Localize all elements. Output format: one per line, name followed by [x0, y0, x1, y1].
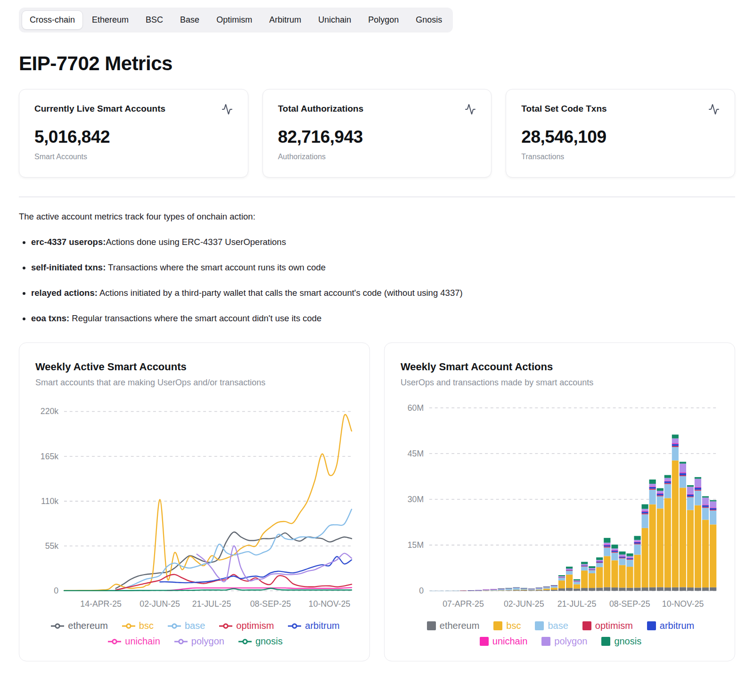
- legend-label: gnosis: [614, 636, 641, 647]
- bar-segment-optimism: [581, 566, 588, 567]
- tab-optimism[interactable]: Optimism: [208, 10, 260, 30]
- legend-item-arbitrum[interactable]: arbitrum: [288, 620, 339, 631]
- stat-cards-row: Currently Live Smart Accounts 5,016,842 …: [19, 89, 735, 178]
- bar-segment-optimism: [672, 446, 679, 447]
- series-line-base: [116, 509, 352, 590]
- bar-segment-unichain: [680, 472, 686, 473]
- bar-segment-base: [664, 484, 671, 498]
- bar-segment-bsc: [551, 587, 557, 590]
- bar-segment-gnosis: [664, 475, 671, 478]
- legend-item-gnosis[interactable]: gnosis: [601, 636, 641, 647]
- svg-text:165k: 165k: [41, 452, 59, 461]
- bar-segment-gnosis: [581, 562, 588, 564]
- tab-base[interactable]: Base: [172, 10, 207, 30]
- svg-text:08-SEP-25: 08-SEP-25: [609, 599, 650, 609]
- bar-segment-unichain: [566, 570, 573, 570]
- tab-bsc[interactable]: BSC: [138, 10, 171, 30]
- bar-segment-arbitrum: [619, 556, 625, 557]
- bar-segment-base: [596, 563, 603, 567]
- legend-item-ethereum[interactable]: ethereum: [427, 620, 480, 631]
- legend-label: unichain: [125, 636, 160, 647]
- bar-segment-ethereum: [574, 588, 580, 591]
- bar-segment-unichain: [626, 558, 633, 558]
- weekly-smart-account-actions-card: Weekly Smart Account Actions UserOps and…: [384, 342, 735, 661]
- legend-item-optimism[interactable]: optimism: [219, 620, 274, 631]
- svg-text:21-JUL-25: 21-JUL-25: [557, 599, 597, 609]
- svg-text:30M: 30M: [408, 495, 424, 504]
- legend-label: unichain: [492, 636, 528, 647]
- tab-cross-chain[interactable]: Cross-chain: [22, 10, 83, 30]
- tab-arbitrum[interactable]: Arbitrum: [261, 10, 309, 30]
- legend-item-optimism[interactable]: optimism: [582, 620, 633, 631]
- tab-ethereum[interactable]: Ethereum: [84, 10, 137, 30]
- bullet-term: eoa txns:: [31, 313, 69, 323]
- bar-segment-base: [611, 553, 618, 560]
- bar-segment-ethereum: [589, 588, 595, 591]
- bar-segment-bsc: [634, 554, 640, 587]
- bar-segment-polygon: [581, 564, 588, 565]
- svg-text:60M: 60M: [408, 403, 424, 413]
- bar-segment-ethereum: [680, 587, 686, 591]
- bar-segment-base: [589, 570, 595, 573]
- legend-item-bsc[interactable]: bsc: [493, 620, 521, 631]
- bar-segment-unichain: [619, 556, 625, 556]
- bar-segment-gnosis: [604, 538, 610, 543]
- bar-segment-base: [657, 496, 664, 508]
- stat-card-set-code-txns: Total Set Code Txns 28,546,109 Transacti…: [506, 89, 735, 178]
- page-title: EIP-7702 Metrics: [19, 52, 735, 75]
- ethereum-legend-marker: [427, 621, 436, 630]
- legend-item-base[interactable]: base: [535, 620, 568, 631]
- bar-segment-gnosis: [687, 485, 694, 487]
- svg-text:21-JUL-25: 21-JUL-25: [192, 599, 231, 609]
- tab-polygon[interactable]: Polygon: [360, 10, 407, 30]
- bar-segment-bsc: [604, 556, 610, 587]
- legend-label: ethereum: [68, 620, 108, 631]
- bar-segment-polygon: [710, 501, 716, 507]
- tab-gnosis[interactable]: Gnosis: [408, 10, 450, 30]
- legend-item-unichain[interactable]: unichain: [108, 636, 160, 647]
- bar-segment-bsc: [680, 488, 686, 587]
- tab-unichain[interactable]: Unichain: [310, 10, 359, 30]
- legend-item-arbitrum[interactable]: arbitrum: [647, 620, 694, 631]
- bar-segment-bsc: [528, 590, 535, 590]
- bar-segment-gnosis: [574, 579, 580, 581]
- legend-label: bsc: [139, 620, 154, 631]
- bar-segment-base: [452, 591, 459, 591]
- bar-segment-arbitrum: [695, 488, 701, 489]
- bar-segment-optimism: [574, 581, 580, 582]
- legend-item-polygon[interactable]: polygon: [174, 636, 224, 647]
- bar-segment-base: [672, 447, 679, 460]
- bar-segment-polygon: [596, 560, 603, 561]
- bar-segment-optimism: [649, 488, 656, 489]
- bar-segment-unichain: [702, 505, 709, 505]
- legend-item-base[interactable]: base: [168, 620, 205, 631]
- bar-segment-bsc: [589, 573, 595, 588]
- section-divider: [19, 196, 735, 197]
- bar-segment-arbitrum: [596, 562, 603, 562]
- bar-segment-polygon: [695, 479, 701, 487]
- bar-segment-gnosis: [536, 587, 542, 588]
- bar-segment-polygon: [558, 576, 565, 577]
- bar-segment-polygon: [657, 491, 664, 493]
- legend-label: bsc: [506, 620, 521, 631]
- bar-segment-polygon: [702, 497, 709, 505]
- stat-card-value: 28,546,109: [521, 127, 720, 147]
- legend-item-polygon[interactable]: polygon: [541, 636, 587, 647]
- bar-segment-ethereum: [649, 587, 656, 591]
- legend-item-ethereum[interactable]: ethereum: [51, 620, 108, 631]
- bar-segment-unichain: [710, 507, 716, 508]
- bar-segment-base: [574, 582, 580, 584]
- bar-chart-legend: ethereumbscbaseoptimismarbitrumunichainp…: [401, 620, 721, 647]
- legend-item-unichain[interactable]: unichain: [480, 636, 528, 647]
- bar-segment-arbitrum: [642, 512, 648, 513]
- bar-segment-bsc: [574, 584, 580, 588]
- legend-label: optimism: [595, 620, 633, 631]
- bar-segment-ethereum: [634, 587, 640, 591]
- bar-segment-ethereum: [642, 587, 648, 591]
- bar-segment-arbitrum: [611, 551, 618, 552]
- bar-segment-arbitrum: [589, 569, 595, 570]
- bar-segment-ethereum: [596, 587, 603, 591]
- legend-item-bsc[interactable]: bsc: [122, 620, 154, 631]
- legend-item-gnosis[interactable]: gnosis: [238, 636, 283, 647]
- list-item: erc-4337 userops:Actions done using ERC-…: [31, 237, 735, 247]
